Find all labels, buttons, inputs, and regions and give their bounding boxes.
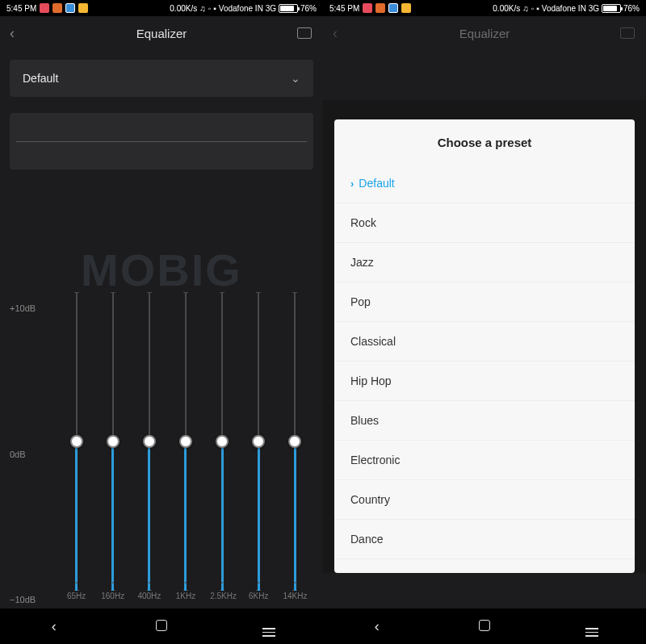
slider-track xyxy=(258,292,259,591)
freq-label: 1KHz xyxy=(174,592,198,600)
watermark: MOBIG xyxy=(81,244,242,296)
status-data-rate: 0.00K/s xyxy=(170,4,197,13)
preset-item-label: Electronic xyxy=(350,454,400,466)
wifi-icon: ◦ xyxy=(531,4,535,13)
slider-thumb[interactable] xyxy=(288,435,301,448)
status-app-icon xyxy=(388,3,398,13)
slider-track xyxy=(185,292,187,591)
freq-dot: • xyxy=(101,579,125,586)
preset-item-label: Classical xyxy=(350,335,396,348)
status-left: 5:45 PM xyxy=(329,3,411,13)
preset-dialog: Choose a preset ›DefaultRockJazzPopClass… xyxy=(334,119,635,573)
slider-fill xyxy=(111,441,114,591)
freq-label: 65Hz xyxy=(65,592,89,600)
nav-recents-button[interactable] xyxy=(253,617,285,637)
eq-slider[interactable] xyxy=(65,292,89,591)
wifi-icon: ◦ xyxy=(208,4,212,13)
battery-icon xyxy=(602,4,621,13)
nav-recents-button[interactable] xyxy=(576,617,608,637)
preset-item[interactable]: Metal xyxy=(334,559,635,573)
status-bar: 5:45 PM 0.00K/s ♫ ◦ ▪ Vodafone IN 3G 76% xyxy=(323,0,646,16)
status-data-rate: 0.00K/s xyxy=(493,4,520,13)
slider-track xyxy=(221,292,223,591)
preset-item-label: Blues xyxy=(350,414,379,427)
content: Default ⌄ MOBIG +10dB 0dB −10dB ••••••• … xyxy=(0,50,323,608)
slider-track xyxy=(294,292,296,591)
nav-home-button[interactable] xyxy=(145,618,178,635)
nav-back-button[interactable]: ‹ xyxy=(38,618,70,635)
preset-item[interactable]: Classical xyxy=(334,322,635,362)
signal-icon: ▪ xyxy=(213,4,216,13)
header: ‹ Equalizer xyxy=(0,16,323,50)
preset-item-label: Dance xyxy=(350,533,383,546)
status-carrier: Vodafone IN 3G xyxy=(219,4,276,13)
modal-overlay[interactable]: Choose a preset ›DefaultRockJazzPopClass… xyxy=(323,100,646,573)
nav-home-button[interactable] xyxy=(468,618,501,635)
freq-label: 14KHz xyxy=(283,592,307,600)
status-carrier: Vodafone IN 3G xyxy=(542,4,599,13)
status-app-icon xyxy=(40,3,49,13)
status-battery-pct: 76% xyxy=(300,4,317,13)
status-app-icon xyxy=(363,3,372,13)
slider-fill xyxy=(258,441,260,591)
header-action-button[interactable] xyxy=(297,27,313,39)
slider-thumb[interactable] xyxy=(143,435,156,448)
slider-thumb[interactable] xyxy=(179,435,192,448)
panel-icon xyxy=(620,27,635,39)
preset-item[interactable]: Country xyxy=(334,480,635,520)
preset-item-label: Rock xyxy=(350,216,376,229)
preset-item[interactable]: Pop xyxy=(334,282,635,322)
square-icon xyxy=(156,620,167,631)
page-title: Equalizer xyxy=(349,27,620,40)
slider-fill xyxy=(148,441,150,591)
preset-item[interactable]: Jazz xyxy=(334,243,635,282)
waveform-preview xyxy=(10,113,313,169)
slider-track xyxy=(149,292,150,591)
freq-dot: • xyxy=(174,579,198,586)
preset-item-label: Country xyxy=(350,493,390,506)
status-right: 0.00K/s ♫ ◦ ▪ Vodafone IN 3G 76% xyxy=(493,4,640,13)
slider-thumb[interactable] xyxy=(252,435,265,448)
status-time: 5:45 PM xyxy=(6,4,36,13)
preset-item[interactable]: Rock xyxy=(334,203,635,243)
preset-item[interactable]: Blues xyxy=(334,401,635,441)
nav-back-button[interactable]: ‹ xyxy=(361,618,393,635)
preset-item[interactable]: Dance xyxy=(334,520,635,559)
check-icon: › xyxy=(350,178,354,190)
db-label-mid: 0dB xyxy=(10,450,50,459)
slider-thumb[interactable] xyxy=(70,435,83,448)
slider-track xyxy=(112,292,114,591)
menu-icon xyxy=(585,628,598,637)
eq-slider[interactable] xyxy=(137,292,162,591)
freq-label: 160Hz xyxy=(101,592,125,600)
freq-dot: • xyxy=(283,579,307,586)
back-button: ‹ xyxy=(333,25,349,42)
freq-dot: • xyxy=(137,579,162,586)
square-icon xyxy=(479,620,490,631)
back-button[interactable]: ‹ xyxy=(10,25,26,42)
chevron-down-icon: ⌄ xyxy=(291,72,300,85)
preset-item[interactable]: ›Default xyxy=(334,164,635,203)
slider-thumb[interactable] xyxy=(216,435,229,448)
db-label-top: +10dB xyxy=(10,303,50,313)
status-app-icon xyxy=(401,3,411,13)
preset-item[interactable]: Electronic xyxy=(334,441,635,480)
eq-slider[interactable] xyxy=(210,292,234,591)
eq-slider[interactable] xyxy=(246,292,271,591)
slider-thumb[interactable] xyxy=(107,435,120,448)
status-time: 5:45 PM xyxy=(329,4,359,13)
status-app-icon xyxy=(78,3,88,13)
freq-label: 2.5KHz xyxy=(210,592,234,600)
preset-dropdown-label: Default xyxy=(23,72,58,85)
slider-fill xyxy=(75,441,78,591)
preset-item-label: Default xyxy=(359,177,394,190)
preset-dropdown[interactable]: Default ⌄ xyxy=(10,60,313,97)
signal-icon: ▪ xyxy=(536,4,539,13)
phone-right: 5:45 PM 0.00K/s ♫ ◦ ▪ Vodafone IN 3G 76%… xyxy=(323,0,646,644)
freq-dot: • xyxy=(210,579,234,586)
eq-slider[interactable] xyxy=(101,292,125,591)
eq-slider[interactable] xyxy=(283,292,307,591)
eq-slider[interactable] xyxy=(174,292,198,591)
preset-item[interactable]: Hip Hop xyxy=(334,362,635,401)
dialog-title: Choose a preset xyxy=(334,119,635,164)
